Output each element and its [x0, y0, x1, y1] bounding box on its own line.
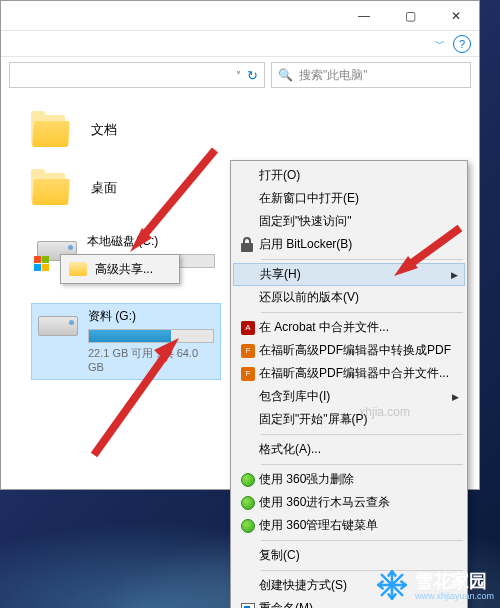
- acrobat-icon: A: [237, 319, 259, 337]
- foxit-icon: F: [237, 365, 259, 383]
- watermark-text-small: xhjia.com: [359, 405, 410, 419]
- breadcrumb-chevron-icon: ˅: [236, 70, 241, 81]
- drive-usage: 22.1 GB 可用 , 共 64.0 GB: [88, 346, 214, 373]
- folder-label: 文档: [91, 121, 117, 139]
- ctx-pin-start[interactable]: 固定到"开始"屏幕(P): [233, 408, 465, 431]
- ctx-360-menu[interactable]: 使用 360管理右键菜单: [233, 514, 465, 537]
- separator: [261, 464, 463, 465]
- ctx-360-delete[interactable]: 使用 360强力删除: [233, 468, 465, 491]
- drive-g[interactable]: 资料 (G:) 22.1 GB 可用 , 共 64.0 GB: [31, 303, 221, 380]
- snowflake-icon: [375, 568, 409, 602]
- search-icon: 🔍: [278, 68, 293, 82]
- search-placeholder: 搜索"此电脑": [299, 67, 368, 84]
- usage-bar: [88, 329, 214, 343]
- lock-icon: [237, 236, 259, 254]
- ctx-copy[interactable]: 复制(C): [233, 544, 465, 567]
- context-menu: 打开(O) 在新窗口中打开(E) 固定到"快速访问" 启用 BitLocker(…: [230, 160, 468, 608]
- drive-label: 资料 (G:): [88, 308, 214, 325]
- folder-icon: [31, 171, 71, 205]
- address-row: ˅ ↻ 🔍 搜索"此电脑": [1, 57, 479, 93]
- maximize-button[interactable]: ▢: [387, 1, 433, 30]
- share-submenu: 高级共享...: [60, 254, 180, 284]
- submenu-arrow-icon: ▶: [451, 270, 458, 280]
- help-icon[interactable]: ?: [453, 35, 471, 53]
- ctx-include-lib[interactable]: 包含到库中(I)▶: [233, 385, 465, 408]
- folder-documents[interactable]: 文档: [31, 113, 469, 147]
- drive-icon: [38, 316, 78, 344]
- separator: [261, 312, 463, 313]
- 360-icon: [237, 494, 259, 512]
- watermark: 雪花家园 www.xhjiayuan.com: [375, 568, 494, 602]
- separator: [261, 259, 463, 260]
- ctx-acrobat-combine[interactable]: A在 Acrobat 中合并文件...: [233, 316, 465, 339]
- ctx-open[interactable]: 打开(O): [233, 164, 465, 187]
- close-button[interactable]: ✕: [433, 1, 479, 30]
- advanced-sharing-item[interactable]: 高级共享...: [63, 257, 177, 281]
- titlebar: — ▢ ✕: [1, 1, 479, 31]
- separator: [261, 434, 463, 435]
- ctx-bitlocker[interactable]: 启用 BitLocker(B): [233, 233, 465, 256]
- foxit-icon: F: [237, 342, 259, 360]
- ctx-360-trojan[interactable]: 使用 360进行木马云查杀: [233, 491, 465, 514]
- drive-label: 本地磁盘 (C:): [87, 233, 215, 250]
- ribbon-collapse-row: ﹀ ?: [1, 31, 479, 57]
- chevron-down-icon[interactable]: ﹀: [435, 37, 445, 51]
- watermark-url: www.xhjiayuan.com: [415, 591, 494, 601]
- folder-label: 桌面: [91, 179, 117, 197]
- ctx-new-window[interactable]: 在新窗口中打开(E): [233, 187, 465, 210]
- rename-icon: [237, 600, 259, 609]
- ctx-format[interactable]: 格式化(A)...: [233, 438, 465, 461]
- submenu-label: 高级共享...: [95, 261, 153, 278]
- separator: [261, 540, 463, 541]
- ctx-foxit-convert[interactable]: F在福昕高级PDF编辑器中转换成PDF: [233, 339, 465, 362]
- ctx-restore[interactable]: 还原以前的版本(V): [233, 286, 465, 309]
- search-input[interactable]: 🔍 搜索"此电脑": [271, 62, 471, 88]
- minimize-button[interactable]: —: [341, 1, 387, 30]
- ctx-pin-quick[interactable]: 固定到"快速访问": [233, 210, 465, 233]
- 360-icon: [237, 517, 259, 535]
- ctx-foxit-combine[interactable]: F在福昕高级PDF编辑器中合并文件...: [233, 362, 465, 385]
- ctx-share[interactable]: 共享(H)▶: [233, 263, 465, 286]
- refresh-icon[interactable]: ↻: [247, 68, 258, 83]
- submenu-arrow-icon: ▶: [452, 392, 459, 402]
- watermark-title: 雪花家园: [415, 569, 494, 593]
- address-bar[interactable]: ˅ ↻: [9, 62, 265, 88]
- folder-icon: [31, 113, 71, 147]
- 360-icon: [237, 471, 259, 489]
- people-icon: [69, 260, 87, 278]
